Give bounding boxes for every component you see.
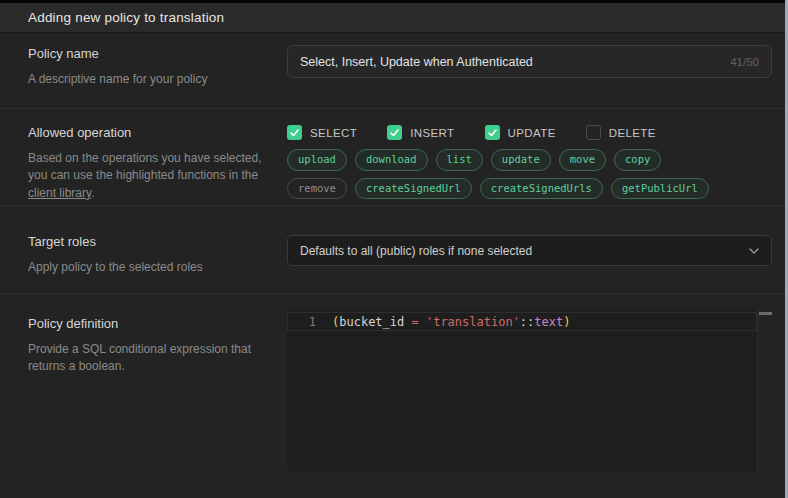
checkbox-unchecked-icon — [586, 125, 601, 140]
code-line-1: 1 (bucket_id = 'translation'::text) — [287, 312, 757, 331]
policy-name-section: Policy name A descriptive name for your … — [0, 33, 788, 108]
function-pill-update: update — [491, 149, 551, 171]
code-token: = — [411, 315, 425, 329]
client-function-pills: upload download list update move copy re… — [287, 149, 727, 199]
check-icon — [488, 129, 497, 137]
function-pill-list: list — [436, 149, 483, 171]
checkbox-update-label: UPDATE — [508, 127, 556, 139]
code-token: 'translation' — [426, 315, 520, 329]
code-token: :: — [520, 315, 534, 329]
code-text: (bucket_id = 'translation'::text) — [332, 315, 570, 329]
line-number: 1 — [288, 315, 332, 329]
policy-definition-section: Policy definition Provide a SQL conditio… — [0, 293, 788, 498]
operations-checkbox-row: SELECT INSERT UPDATE DELETE — [287, 125, 772, 140]
chevron-down-icon — [749, 248, 759, 254]
code-token: bucket_id — [339, 315, 411, 329]
char-counter: 41/50 — [730, 56, 759, 68]
checkbox-update[interactable]: UPDATE — [485, 125, 556, 140]
allowed-operation-description: Based on the operations you have selecte… — [28, 150, 263, 202]
client-library-link[interactable]: client library — [28, 186, 91, 200]
code-token: ) — [563, 315, 570, 329]
sql-code-editor[interactable]: 1 (bucket_id = 'translation'::text) — [287, 309, 772, 471]
function-pill-getpublicurl: getPublicUrl — [611, 178, 709, 200]
editor-minimap[interactable] — [757, 309, 772, 471]
function-pill-move: move — [559, 149, 606, 171]
check-icon — [390, 129, 399, 137]
checkbox-checked-icon — [485, 125, 500, 140]
function-pill-createsignedurls: createSignedUrls — [480, 178, 603, 200]
function-pill-upload: upload — [287, 149, 347, 171]
check-icon — [290, 129, 299, 137]
description-period: . — [91, 186, 94, 200]
policy-name-input[interactable]: Select, Insert, Update when Authenticate… — [287, 45, 772, 78]
policy-name-description: A descriptive name for your policy — [28, 71, 263, 88]
checkbox-insert-label: INSERT — [410, 127, 454, 139]
target-roles-section: Target roles Apply policy to the selecte… — [0, 205, 788, 293]
policy-name-value: Select, Insert, Update when Authenticate… — [300, 55, 730, 69]
description-text: Based on the operations you have selecte… — [28, 151, 262, 182]
checkbox-checked-icon — [387, 125, 402, 140]
target-roles-description: Apply policy to the selected roles — [28, 259, 263, 276]
function-pill-createsignedurl: createSignedUrl — [355, 178, 472, 200]
function-pill-download: download — [355, 149, 428, 171]
code-token: text — [534, 315, 563, 329]
checkbox-insert[interactable]: INSERT — [387, 125, 454, 140]
minimap-line-marker — [759, 312, 772, 315]
target-roles-selected-value: Defaults to all (public) roles if none s… — [300, 244, 749, 258]
checkbox-select[interactable]: SELECT — [287, 125, 357, 140]
checkbox-checked-icon — [287, 125, 302, 140]
policy-definition-description: Provide a SQL conditional expression tha… — [28, 341, 263, 376]
allowed-operation-section: Allowed operation Based on the operation… — [0, 108, 788, 205]
policy-definition-label: Policy definition — [28, 316, 263, 331]
policy-name-label: Policy name — [28, 46, 263, 61]
target-roles-select[interactable]: Defaults to all (public) roles if none s… — [287, 235, 772, 266]
checkbox-delete[interactable]: DELETE — [586, 125, 656, 140]
target-roles-label: Target roles — [28, 234, 263, 249]
checkbox-delete-label: DELETE — [609, 127, 656, 139]
function-pill-copy: copy — [614, 149, 661, 171]
allowed-operation-label: Allowed operation — [28, 125, 263, 140]
modal-header: Adding new policy to translation — [0, 3, 788, 33]
function-pill-remove: remove — [287, 178, 347, 200]
checkbox-select-label: SELECT — [310, 127, 357, 139]
page-title: Adding new policy to translation — [28, 10, 224, 25]
